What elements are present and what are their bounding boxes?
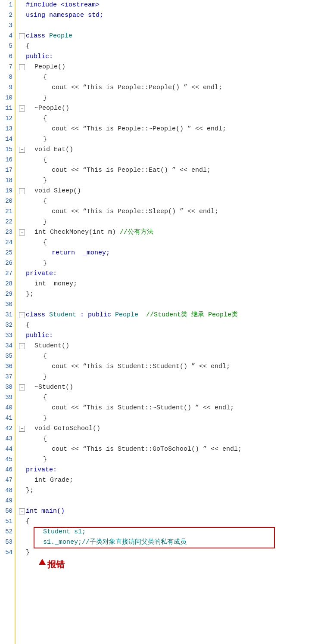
code-line: cout << “This is People::People() ” << e… <box>19 83 321 93</box>
code-line: −void Eat() <box>19 145 321 155</box>
code-line: { <box>19 41 321 52</box>
code-token: using namespace std; <box>26 10 103 20</box>
fold-icon[interactable]: − <box>19 426 25 432</box>
line-number: 38 <box>0 382 12 393</box>
code-token: { <box>26 320 30 330</box>
code-line: −~Student() <box>19 382 321 393</box>
code-token: public: <box>26 331 53 341</box>
code-token: //Student类 继承 People类 <box>138 310 238 320</box>
code-line: } <box>19 93 321 103</box>
code-token: } <box>43 93 47 103</box>
line-number: 5 <box>0 41 12 52</box>
code-line: } <box>19 134 321 145</box>
line-number: 19 <box>0 186 12 196</box>
code-line: { <box>19 238 321 248</box>
code-line: } <box>19 548 321 558</box>
code-line: #include <iostream> <box>19 0 321 10</box>
line-number: 3 <box>0 21 12 31</box>
code-token: return _money; <box>52 248 110 258</box>
code-token: #include <iostream> <box>26 0 100 10</box>
line-number: 50 <box>0 506 12 517</box>
code-token: int CheckMoney(int m) <box>34 227 120 237</box>
code-line: public: <box>19 331 321 341</box>
code-line: { <box>19 351 321 362</box>
fold-icon[interactable]: − <box>19 188 25 194</box>
code-token: { <box>43 393 47 402</box>
fold-icon[interactable]: − <box>19 312 25 318</box>
code-token: People <box>115 310 138 320</box>
code-token: { <box>43 196 47 206</box>
fold-icon[interactable]: − <box>19 229 25 235</box>
line-number: 26 <box>0 258 12 269</box>
code-line: −class Student : public People //Student… <box>19 310 321 320</box>
code-token: ~Student() <box>34 382 73 392</box>
code-token: }; <box>26 486 34 495</box>
fold-icon[interactable]: − <box>19 147 25 153</box>
code-token: int _money; <box>34 279 77 289</box>
code-token: } <box>26 548 30 557</box>
code-line: return _money; <box>19 248 321 258</box>
fold-icon[interactable]: − <box>19 64 25 70</box>
code-line: }; <box>19 486 321 496</box>
code-token: void Eat() <box>34 145 73 155</box>
code-token: cout << “This is Student::GoToSchool() ”… <box>52 444 242 454</box>
code-token: People <box>49 31 72 41</box>
line-number: 20 <box>0 196 12 207</box>
code-token: class <box>26 310 49 320</box>
code-line: cout << “This is Student::GoToSchool() ”… <box>19 444 321 455</box>
code-token: } <box>43 413 47 423</box>
code-token: class <box>26 31 49 41</box>
line-number: 14 <box>0 134 12 145</box>
code-line: −Student() <box>19 341 321 351</box>
code-line: { <box>19 155 321 165</box>
line-number: 25 <box>0 248 12 258</box>
code-line: int Grade; <box>19 475 321 486</box>
code-token: cout << “This is Student::Student() ” <<… <box>52 362 230 372</box>
code-token: }; <box>26 289 34 299</box>
code-token: { <box>43 351 47 361</box>
code-token: s1._money;//子类对象直接访问父类的私有成员 <box>43 539 187 546</box>
code-token: } <box>43 372 47 382</box>
code-token: public: <box>26 52 53 62</box>
line-number: 45 <box>0 455 12 465</box>
line-number: 21 <box>0 207 12 217</box>
code-line: −People() <box>19 62 321 72</box>
line-number: 30 <box>0 300 12 310</box>
fold-icon[interactable]: − <box>19 33 25 39</box>
code-token: } <box>43 176 47 186</box>
line-number: 48 <box>0 486 12 496</box>
fold-icon[interactable]: − <box>19 508 25 514</box>
code-token: { <box>43 434 47 444</box>
code-token: { <box>26 517 30 526</box>
code-token: { <box>43 238 47 248</box>
line-number: 4 <box>0 31 12 41</box>
code-line: cout << “This is People::~People() ” << … <box>19 124 321 134</box>
line-number-gutter: 1234567891011121314151617181920212223242… <box>0 0 16 644</box>
code-line <box>19 496 321 506</box>
line-number: 35 <box>0 351 12 362</box>
code-token: private: <box>26 269 57 279</box>
code-token: private: <box>26 465 57 475</box>
code-line: cout << “This is People::Eat() ” << endl… <box>19 165 321 176</box>
code-line: cout << “This is Student::Student() ” <<… <box>19 362 321 372</box>
code-line: public: <box>19 52 321 62</box>
fold-icon[interactable]: − <box>19 105 25 111</box>
code-line: } <box>19 455 321 465</box>
code-editor: 1234567891011121314151617181920212223242… <box>0 0 321 644</box>
fold-icon[interactable]: − <box>19 343 25 349</box>
line-number: 11 <box>0 103 12 114</box>
code-token: cout << “This is People::Sleep() ” << en… <box>52 207 218 217</box>
line-number: 36 <box>0 362 12 372</box>
line-number: 43 <box>0 434 12 444</box>
line-number: 47 <box>0 475 12 486</box>
line-number: 16 <box>0 155 12 165</box>
fold-icon[interactable]: − <box>19 384 25 390</box>
line-number: 44 <box>0 444 12 455</box>
line-number: 51 <box>0 517 12 527</box>
code-line: −void Sleep() <box>19 186 321 196</box>
code-token: Student <box>49 310 76 320</box>
code-token: int main() <box>26 506 65 516</box>
code-token: { <box>43 155 47 165</box>
line-number: 53 <box>0 537 12 548</box>
line-number: 7 <box>0 62 12 72</box>
